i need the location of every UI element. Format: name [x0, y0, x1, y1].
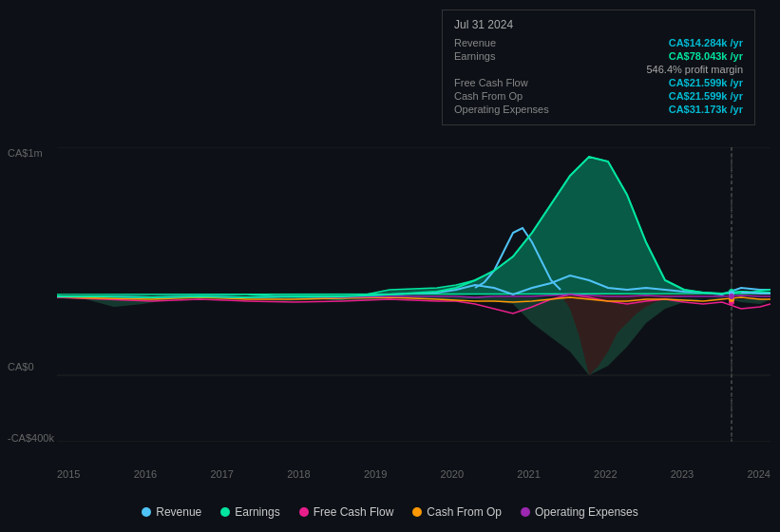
legend-dot-revenue [142, 507, 151, 517]
x-label-2020: 2020 [441, 468, 464, 480]
tooltip-value-earnings: CA$78.043k /yr [669, 50, 743, 62]
legend-item-cashop[interactable]: Cash From Op [412, 505, 502, 519]
legend-dot-earnings [220, 507, 230, 517]
tooltip-row-opex: Operating Expenses CA$31.173k /yr [454, 104, 743, 115]
legend-label-earnings: Earnings [235, 505, 279, 519]
tooltip-row-fcf: Free Cash Flow CA$21.599k /yr [454, 77, 743, 88]
tooltip-label-earnings: Earnings [454, 50, 495, 62]
tooltip-label-opex: Operating Expenses [454, 104, 549, 115]
tooltip-value-fcf: CA$21.599k /yr [669, 77, 743, 88]
x-label-2024: 2024 [747, 468, 770, 480]
legend-dot-opex [521, 507, 530, 517]
chart-svg [57, 147, 770, 442]
tooltip-box: Jul 31 2024 Revenue CA$14.284k /yr Earni… [442, 10, 755, 125]
svg-point-10 [729, 294, 734, 299]
legend-label-fcf: Free Cash Flow [314, 505, 394, 519]
legend-item-earnings[interactable]: Earnings [220, 505, 279, 519]
legend-item-revenue[interactable]: Revenue [142, 505, 201, 519]
y-label-neg: -CA$400k [8, 432, 54, 444]
x-label-2022: 2022 [594, 468, 617, 480]
tooltip-value-cashop: CA$21.599k /yr [669, 90, 743, 102]
legend-item-opex[interactable]: Operating Expenses [521, 505, 638, 519]
tooltip-value-profit-margin: 546.4% profit margin [647, 64, 744, 75]
tooltip-label-fcf: Free Cash Flow [454, 77, 528, 88]
x-label-2019: 2019 [364, 468, 387, 480]
x-label-2018: 2018 [287, 468, 310, 480]
x-label-2015: 2015 [57, 468, 80, 480]
tooltip-row-cashop: Cash From Op CA$21.599k /yr [454, 90, 743, 102]
tooltip-label-revenue: Revenue [454, 37, 496, 48]
tooltip-row-revenue: Revenue CA$14.284k /yr [454, 37, 743, 48]
tooltip-row-earnings: Earnings CA$78.043k /yr [454, 50, 743, 62]
x-axis: 2015 2016 2017 2018 2019 2020 2021 2022 … [57, 468, 770, 480]
chart-container: Jul 31 2024 Revenue CA$14.284k /yr Earni… [0, 0, 780, 532]
x-label-2023: 2023 [671, 468, 694, 480]
tooltip-date: Jul 31 2024 [454, 18, 743, 31]
y-label-top: CA$1m [8, 147, 43, 159]
legend-label-revenue: Revenue [156, 505, 201, 519]
x-label-2021: 2021 [517, 468, 540, 480]
legend-item-fcf[interactable]: Free Cash Flow [299, 505, 394, 519]
x-label-2017: 2017 [210, 468, 233, 480]
legend-label-cashop: Cash From Op [427, 505, 502, 519]
tooltip-value-opex: CA$31.173k /yr [669, 104, 743, 115]
legend: Revenue Earnings Free Cash Flow Cash Fro… [0, 505, 780, 519]
tooltip-value-revenue: CA$14.284k /yr [669, 37, 743, 48]
y-label-zero: CA$0 [8, 361, 34, 372]
tooltip-label-cashop: Cash From Op [454, 90, 523, 102]
legend-dot-cashop [412, 507, 422, 517]
x-label-2016: 2016 [134, 468, 157, 480]
legend-dot-fcf [299, 507, 309, 517]
legend-label-opex: Operating Expenses [535, 505, 638, 519]
tooltip-row-profit-margin: 546.4% profit margin [454, 64, 743, 75]
